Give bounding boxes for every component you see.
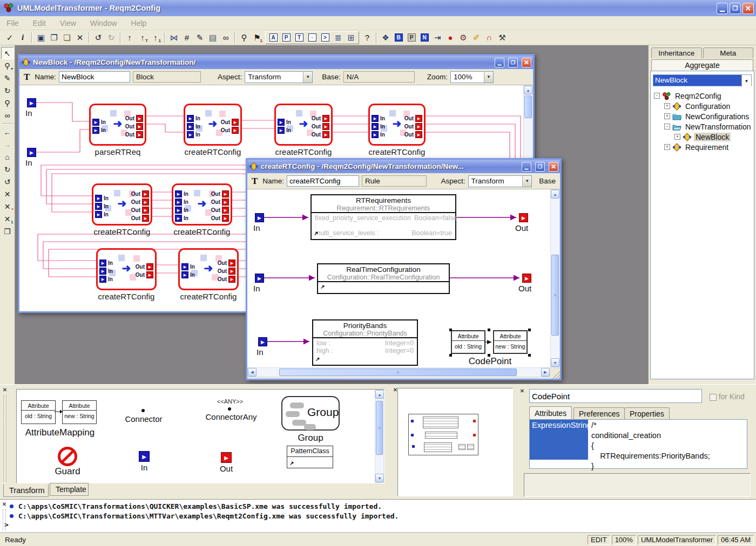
parts-vscrollbar[interactable]: ▲ ≡ ▼ [375,390,384,483]
in-port[interactable]: ▶ [255,213,264,222]
newblock-minimize-button[interactable]: ▁ [495,58,504,67]
attribute-panel-icon[interactable]: A [267,32,280,44]
resize-grip[interactable] [551,370,560,379]
class-prioritybands[interactable]: PriorityBands Configuration::PriorityBan… [312,319,418,366]
in-port[interactable]: ▶ [258,337,267,346]
menu-view[interactable]: View [60,19,76,28]
transform-block[interactable]: ➜▶In▶In▶In▶In▶Out▶Out▶Out▶Out [172,183,232,226]
split-vertical-icon[interactable]: ⊞ [345,32,357,44]
out-port[interactable]: ▶ [222,199,229,206]
menu-help[interactable]: Help [131,19,147,28]
tab-template[interactable]: Template [50,483,89,496]
in-port[interactable]: ▶ [372,123,379,130]
part-connector-any[interactable] [228,407,231,411]
scroll-down-icon[interactable]: ▼ [551,358,559,367]
out-port[interactable]: ▶ [222,207,229,214]
tree-item-configuration[interactable]: +Configuration [653,101,752,111]
in-port[interactable]: ▶ [95,211,102,218]
in-port[interactable]: ▶ [95,195,102,202]
transform-block[interactable]: ➜▶In▶In▶In▶Out▶Out▶Out▶Out [92,183,152,226]
in-port[interactable]: ▶ [181,263,188,270]
analyze-icon[interactable]: ⚒ [496,32,509,44]
in-port[interactable]: ▶ [175,207,182,214]
in-port[interactable]: ▶ [372,131,379,138]
tree-expander-icon[interactable]: + [664,113,670,119]
rule-close-button[interactable]: ✕ [549,162,558,172]
splitter-grip[interactable] [3,395,6,482]
help-icon[interactable]: ? [361,32,374,44]
scroll-left-icon[interactable]: ◀ [248,368,256,377]
menu-edit[interactable]: Edit [33,19,46,28]
import-model-icon[interactable]: ⇥ [431,32,444,44]
out-port[interactable]: ▶ [228,276,235,283]
in-port[interactable]: ▶ [99,276,106,283]
block-mode-icon[interactable]: B [392,32,405,44]
zoom-in-icon[interactable]: ⚲+ [1,59,14,72]
redo-icon[interactable]: ↻ [105,32,118,44]
out-port[interactable]: ▶ [415,115,422,122]
part-pattern-class[interactable]: PatternClass ↗ [287,446,333,468]
edit-pen-icon[interactable]: ✎ [1,72,14,84]
dropdown-arrow-icon[interactable]: ▼ [303,72,312,83]
close-icon[interactable]: ✕ [519,388,525,394]
rule-minimize-button[interactable]: ▁ [522,162,531,172]
class-realtimeconfiguration[interactable]: RealTimeConfiguration Configuration::Rea… [317,263,450,294]
tree-expander-icon[interactable]: + [674,134,680,140]
out-port[interactable]: ▶ [222,215,229,222]
out-port[interactable]: ▶ [322,131,329,138]
tree-item-reqm2config[interactable]: -Reqm2Config [653,91,752,101]
scroll-down-icon[interactable]: ▼ [375,474,384,482]
console-toggle-icon[interactable]: > [319,32,332,44]
out-port[interactable]: ▶ [136,131,143,138]
dropdown-arrow-icon[interactable]: ▼ [484,72,493,83]
template-panel-icon[interactable]: T [293,32,306,44]
tab-meta[interactable]: Meta [703,47,754,58]
tree-item-newtransformation[interactable]: -NewTransformation [653,121,752,132]
out-port[interactable]: ▶ [322,123,329,130]
transform-block[interactable]: ➜▶In▶In▶In▶Out▶Out▶Out [368,104,426,146]
back-icon[interactable]: ← [1,126,14,138]
paste-icon[interactable]: ❏ [60,32,73,44]
visualize-icon[interactable]: ∞ [1,109,14,121]
preview-canvas[interactable] [397,388,513,496]
close-button[interactable]: ✕ [742,3,754,14]
attribute-value-cell[interactable]: /* conditional_creation { RTRequirements… [588,420,747,468]
preferences-panel-icon[interactable]: P [280,32,293,44]
in-port[interactable]: ▶ [372,115,379,122]
tree-item-requirement[interactable]: +Requirement [653,142,752,152]
out-port[interactable]: ▶ [522,274,531,283]
for-kind-checkbox[interactable]: for Kind [710,392,745,401]
object-name-input[interactable] [529,389,702,403]
part-group[interactable]: Group [281,396,340,431]
magnify-icon[interactable]: ⚲ [1,97,14,109]
in-port[interactable]: ▶ [278,119,285,126]
out-port[interactable]: ▶ [146,271,153,278]
part-in-port[interactable]: ▶ [139,451,150,462]
aspect-dropdown[interactable]: Transform ▼ [245,71,313,83]
out-port[interactable]: ▶ [228,268,235,275]
scroll-thumb[interactable]: ≡ [551,255,559,336]
out-port[interactable]: ▶ [136,123,143,130]
scroll-thumb[interactable]: ≡ [279,368,517,376]
tab-aggregate[interactable]: Aggregate [651,59,753,71]
checkbox-icon[interactable] [710,394,717,401]
save-icon[interactable]: ▣ [35,32,48,44]
tree-expander-icon[interactable]: - [654,93,660,99]
record-icon[interactable]: ● [444,32,457,44]
in-port[interactable]: ▶ [187,115,194,122]
find-icon[interactable]: ∞ [219,32,232,44]
scroll-up-icon[interactable]: ▲ [524,86,532,94]
rule-hscrollbar[interactable]: ◀ ≡ ▶ [247,367,550,377]
in-port[interactable]: ▶ [181,271,188,278]
minimize-button[interactable]: ▁ [717,3,728,14]
sign-off-icon[interactable]: ✎ [193,32,206,44]
tree-expander-icon[interactable]: + [664,144,670,150]
route-icon[interactable]: ⋈ [167,32,180,44]
in-port[interactable]: ▶ [187,123,194,130]
rule-canvas[interactable]: ▶ In ▶ Out ▶ In ▶ Out ▶ In RTRequirement… [247,189,550,367]
print-icon[interactable]: ▤ [206,32,219,44]
out-port[interactable]: ▶ [519,213,528,222]
part-guard[interactable] [58,447,77,466]
tree-item-newblock[interactable]: +NewBlock [653,132,752,142]
rotate-icon[interactable]: ↻ [1,84,14,97]
